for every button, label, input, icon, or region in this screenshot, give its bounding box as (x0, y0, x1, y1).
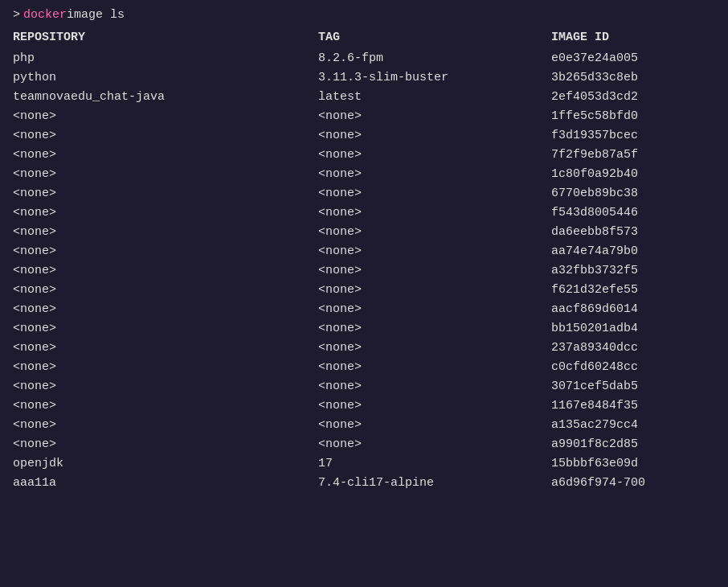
cell-tag: <none> (318, 300, 551, 319)
cell-imageid: 3b265d33c8eb (551, 68, 715, 88)
table-row: <none><none>1167e8484f35 (13, 396, 715, 416)
cell-tag: <none> (318, 165, 551, 184)
cell-repository: <none> (13, 300, 318, 319)
cell-repository: teamnovaedu_chat-java (13, 88, 318, 107)
cell-repository: <none> (13, 281, 318, 300)
table-row: <none><none>da6eebb8f573 (13, 223, 715, 242)
cell-tag: <none> (318, 435, 551, 454)
cell-repository: <none> (13, 146, 318, 165)
cell-imageid: a9901f8c2d85 (551, 435, 715, 454)
table-row: <none><none>aa74e74a79b0 (13, 242, 715, 261)
header-repository: REPOSITORY (13, 28, 318, 47)
cell-tag: <none> (318, 377, 551, 396)
cell-imageid: 6770eb89bc38 (551, 184, 715, 203)
prompt-args: image ls (67, 8, 125, 22)
cell-tag: <none> (318, 146, 551, 165)
table-row: <none><none>a135ac279cc4 (13, 416, 715, 435)
cell-repository: <none> (13, 126, 318, 146)
cell-repository: <none> (13, 107, 318, 126)
cell-tag: <none> (318, 107, 551, 126)
cell-imageid: 1c80f0a92b40 (551, 165, 715, 184)
cell-repository: <none> (13, 203, 318, 223)
cell-imageid: 1ffe5c58bfd0 (551, 107, 715, 126)
table-row: teamnovaedu_chat-javalatest2ef4053d3cd2 (13, 88, 715, 107)
prompt-chevron: > (13, 8, 20, 22)
table-row: <none><none>f3d19357bcec (13, 126, 715, 146)
cell-imageid: f543d8005446 (551, 203, 715, 223)
cell-repository: <none> (13, 223, 318, 242)
cell-imageid: 3071cef5dab5 (551, 377, 715, 396)
cell-imageid: 15bbbf63e09d (551, 454, 715, 474)
cell-imageid: 7f2f9eb87a5f (551, 146, 715, 165)
cell-tag: <none> (318, 223, 551, 242)
terminal-window: > docker image ls REPOSITORY TAG IMAGE I… (0, 0, 728, 501)
cell-imageid: bb150201adb4 (551, 319, 715, 339)
table-row: <none><none>a32fbb3732f5 (13, 261, 715, 281)
table-row: <none><none>f543d8005446 (13, 203, 715, 223)
cell-repository: <none> (13, 377, 318, 396)
cell-imageid: da6eebb8f573 (551, 223, 715, 242)
table-row: <none><none>f621d32efe55 (13, 281, 715, 300)
table-row: <none><none>3071cef5dab5 (13, 377, 715, 396)
cell-repository: <none> (13, 416, 318, 435)
cell-repository: <none> (13, 319, 318, 339)
table-row: <none><none>7f2f9eb87a5f (13, 146, 715, 165)
cell-imageid: aa74e74a79b0 (551, 242, 715, 261)
cell-repository: <none> (13, 358, 318, 377)
table-row: <none><none>6770eb89bc38 (13, 184, 715, 203)
cell-repository: <none> (13, 165, 318, 184)
cell-repository: <none> (13, 261, 318, 281)
cell-tag: <none> (318, 126, 551, 146)
cell-repository: php (13, 49, 318, 68)
cell-tag: 8.2.6-fpm (318, 49, 551, 68)
header-imageid: IMAGE ID (551, 28, 715, 47)
command-prompt: > docker image ls (13, 8, 715, 22)
cell-repository: <none> (13, 184, 318, 203)
cell-repository: aaa11a (13, 474, 318, 493)
cell-imageid: c0cfd60248cc (551, 358, 715, 377)
table-row: <none><none>aacf869d6014 (13, 300, 715, 319)
cell-tag: <none> (318, 319, 551, 339)
cell-repository: <none> (13, 396, 318, 416)
docker-image-table: REPOSITORY TAG IMAGE ID php8.2.6-fpme0e3… (13, 28, 715, 493)
cell-imageid: a6d96f974-700 (551, 474, 715, 493)
table-row: python3.11.3-slim-buster3b265d33c8eb (13, 68, 715, 88)
cell-tag: <none> (318, 242, 551, 261)
cell-imageid: e0e37e24a005 (551, 49, 715, 68)
cell-repository: <none> (13, 242, 318, 261)
cell-imageid: f621d32efe55 (551, 281, 715, 300)
cell-repository: python (13, 68, 318, 88)
table-row: <none><none>bb150201adb4 (13, 319, 715, 339)
cell-tag: <none> (318, 358, 551, 377)
cell-tag: latest (318, 88, 551, 107)
cell-repository: <none> (13, 435, 318, 454)
cell-tag: <none> (318, 339, 551, 358)
table-row: <none><none>a9901f8c2d85 (13, 435, 715, 454)
cell-repository: openjdk (13, 454, 318, 474)
cell-imageid: 2ef4053d3cd2 (551, 88, 715, 107)
cell-tag: 3.11.3-slim-buster (318, 68, 551, 88)
cell-imageid: 237a89340dcc (551, 339, 715, 358)
cell-tag: <none> (318, 396, 551, 416)
prompt-command: docker (23, 8, 67, 22)
table-row: aaa11a7.4-cli17-alpinea6d96f974-700 (13, 474, 715, 493)
table-row: openjdk1715bbbf63e09d (13, 454, 715, 474)
table-row: <none><none>1c80f0a92b40 (13, 165, 715, 184)
cell-tag: 17 (318, 454, 551, 474)
cell-tag: 7.4-cli17-alpine (318, 474, 551, 493)
table-row: <none><none>c0cfd60248cc (13, 358, 715, 377)
cell-tag: <none> (318, 261, 551, 281)
cell-imageid: a32fbb3732f5 (551, 261, 715, 281)
cell-tag: <none> (318, 416, 551, 435)
cell-imageid: a135ac279cc4 (551, 416, 715, 435)
cell-repository: <none> (13, 339, 318, 358)
table-row: <none><none>237a89340dcc (13, 339, 715, 358)
cell-tag: <none> (318, 203, 551, 223)
cell-imageid: aacf869d6014 (551, 300, 715, 319)
cell-imageid: f3d19357bcec (551, 126, 715, 146)
table-header-row: REPOSITORY TAG IMAGE ID (13, 28, 715, 47)
table-row: <none><none>1ffe5c58bfd0 (13, 107, 715, 126)
cell-tag: <none> (318, 281, 551, 300)
header-tag: TAG (318, 28, 551, 47)
cell-imageid: 1167e8484f35 (551, 396, 715, 416)
